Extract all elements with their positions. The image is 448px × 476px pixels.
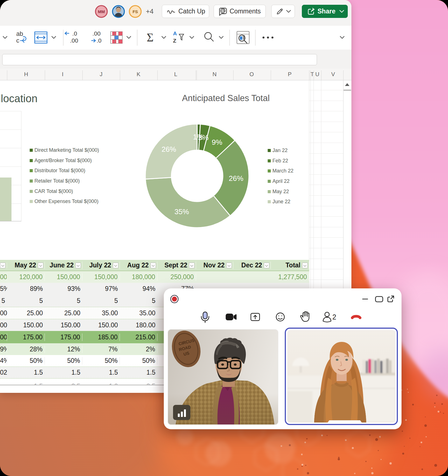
svg-text:26%: 26% <box>162 145 176 153</box>
svg-text:MM: MM <box>98 9 105 14</box>
svg-text:ab: ab <box>16 30 23 37</box>
svg-text:FS: FS <box>132 9 138 14</box>
svg-text:.00: .00 <box>70 37 78 44</box>
svg-text:.00: .00 <box>92 30 101 37</box>
svg-text:.0: .0 <box>72 30 77 37</box>
svg-text:c: c <box>16 37 19 44</box>
svg-text:9%: 9% <box>212 138 222 146</box>
svg-text:35%: 35% <box>174 207 189 216</box>
svg-text:.0: .0 <box>97 37 102 44</box>
svg-text:2: 2 <box>332 313 336 321</box>
svg-text:3%: 3% <box>198 133 209 142</box>
svg-text:Z: Z <box>173 38 176 44</box>
svg-text:Σ: Σ <box>147 31 153 44</box>
svg-text:26%: 26% <box>229 174 243 183</box>
svg-text:A: A <box>173 31 177 36</box>
svg-text:+4: +4 <box>146 8 153 15</box>
